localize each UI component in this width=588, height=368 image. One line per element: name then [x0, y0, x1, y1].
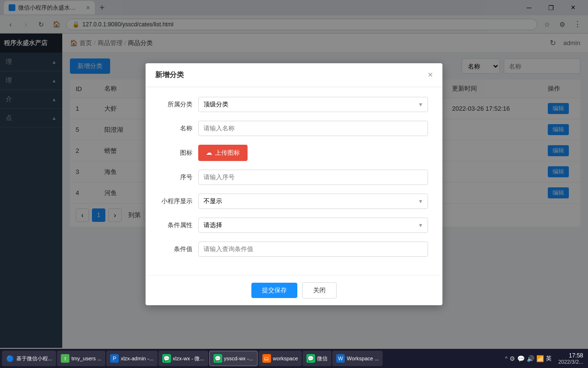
icon-label: 图标 [160, 145, 198, 161]
clock-area: 17:58 2022/3/2... [555, 352, 586, 365]
modal-dialog: 新增分类 × 所属分类 顶级分类 ▼ 名称 [146, 63, 442, 305]
submit-btn[interactable]: 提交保存 [251, 283, 297, 298]
taskbar-item-xlzx-wx[interactable]: 💬 xlzx-wx - 微... [158, 351, 208, 366]
ysscd-icon: 💬 [214, 354, 222, 363]
modal-footer: 提交保存 关闭 [146, 275, 442, 305]
form-row-miniapp: 小程序显示 不显示 显示 ▼ [160, 194, 428, 209]
tray-arrow-icon[interactable]: ^ [505, 356, 508, 361]
miniapp-label: 小程序显示 [160, 194, 198, 209]
form-row-condition: 条件属性 请选择 ▼ [160, 218, 428, 233]
workspace2-icon: W [336, 354, 345, 363]
upload-icon-btn[interactable]: ☁ 上传图标 [198, 145, 248, 161]
workspace2-label: Workspace ... [347, 356, 379, 361]
lang-label: 英 [546, 355, 552, 363]
wechat-icon: 💬 [306, 354, 315, 363]
form-row-condition-value: 条件值 [160, 242, 428, 257]
tray-area: ^ ⚙ 💬 🔊 📶 英 [503, 355, 554, 363]
condition-value-label: 条件值 [160, 242, 198, 257]
xlzx-label: xlzx-admin -... [121, 356, 153, 361]
condition-value-input[interactable] [198, 242, 428, 257]
network-icon: 📶 [536, 355, 544, 362]
taskbar-item-workspace[interactable]: 🗂 workspace [259, 351, 302, 366]
wxmini-label: 基于微信小程... [16, 355, 52, 362]
taskbar-item-wechat[interactable]: 💬 微信 [303, 351, 331, 366]
form-row-order: 序号 [160, 170, 428, 185]
tray-icon-1: ⚙ [509, 355, 515, 362]
tmy-icon: t [61, 354, 69, 363]
tray-icon-3: 🔊 [527, 355, 534, 362]
name-input[interactable] [198, 121, 428, 136]
taskbar-item-wxmini[interactable]: 🔵 基于微信小程... [2, 351, 56, 366]
tray-icon-2: 💬 [517, 355, 525, 362]
wxmini-icon: 🔵 [6, 354, 14, 363]
modal-title: 新增分类 [155, 70, 184, 80]
modal-close-btn[interactable]: × [428, 70, 433, 80]
order-label: 序号 [160, 170, 198, 185]
date-display: 2022/3/2... [558, 359, 583, 365]
workspace-label: workspace [273, 356, 298, 361]
category-select[interactable]: 顶级分类 [198, 97, 428, 112]
xlzx-icon: P [110, 354, 119, 363]
form-row-category: 所属分类 顶级分类 ▼ [160, 97, 428, 112]
workspace-icon: 🗂 [262, 354, 271, 363]
xlzx-wx-label: xlzx-wx - 微... [173, 355, 204, 362]
cancel-btn[interactable]: 关闭 [302, 282, 337, 299]
xlzx-wx-icon: 💬 [162, 354, 171, 363]
modal-overlay[interactable]: 新增分类 × 所属分类 顶级分类 ▼ 名称 [0, 0, 588, 368]
taskbar-item-tmy[interactable]: t tmy_users ... [57, 351, 105, 366]
condition-label: 条件属性 [160, 218, 198, 233]
modal-header: 新增分类 × [146, 63, 442, 87]
taskbar-item-ysscd[interactable]: 💬 ysscd-wx -... [209, 351, 258, 366]
taskbar-item-xlzx[interactable]: P xlzx-admin -... [106, 351, 157, 366]
taskbar-right: ^ ⚙ 💬 🔊 📶 英 17:58 2022/3/2... [503, 352, 586, 365]
time-display: 17:58 [558, 352, 583, 359]
category-label: 所属分类 [160, 97, 198, 112]
modal-body: 所属分类 顶级分类 ▼ 名称 图标 ☁ 上传图标 [146, 87, 442, 275]
form-row-name: 名称 [160, 121, 428, 136]
upload-icon-label: 上传图标 [215, 149, 240, 157]
ysscd-label: ysscd-wx -... [224, 356, 253, 361]
form-row-icon: 图标 ☁ 上传图标 [160, 145, 428, 161]
tmy-label: tmy_users ... [71, 356, 102, 361]
condition-select[interactable]: 请选择 [198, 218, 428, 233]
order-input[interactable] [198, 170, 428, 185]
wechat-label: 微信 [317, 355, 328, 362]
name-label: 名称 [160, 121, 198, 136]
taskbar: 🔵 基于微信小程... t tmy_users ... P xlzx-admin… [0, 349, 588, 368]
taskbar-item-workspace2[interactable]: W Workspace ... [332, 351, 383, 366]
upload-cloud-icon: ☁ [206, 149, 212, 156]
miniapp-select[interactable]: 不显示 显示 [198, 194, 428, 209]
